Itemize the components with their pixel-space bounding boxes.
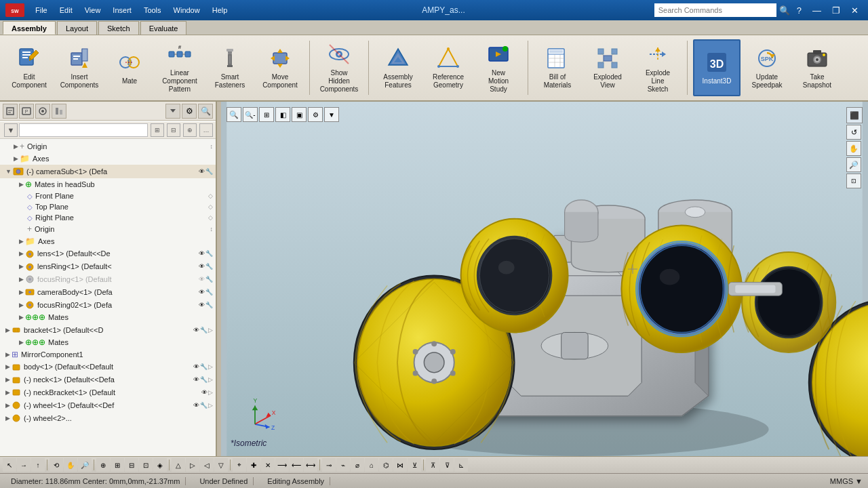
btm-d1[interactable]: ⌖ [233, 458, 246, 472]
new-motion-study-button[interactable]: NewMotionStudy [475, 39, 522, 96]
menu-insert[interactable]: Insert [107, 5, 137, 16]
menu-help[interactable]: Help [207, 5, 233, 16]
move-component-button[interactable]: MoveComponent [256, 39, 304, 96]
zoom-in-button[interactable]: 🔍 [226, 107, 241, 122]
rotate-view-btn[interactable]: ↺ [846, 125, 861, 140]
neck-eye[interactable]: 👁 [193, 376, 199, 383]
btm-c3[interactable]: ◁ [200, 458, 214, 472]
tree-item-axes[interactable]: ▶ 📁 Axes [0, 152, 216, 165]
btm-rotate[interactable]: ⟲ [50, 458, 63, 472]
fr-eye[interactable]: 👁 [199, 276, 205, 283]
tree-item-lensring1[interactable]: ▶ lensRing<1> (Default< 👁 🔧 [0, 260, 216, 273]
tree-item-origin[interactable]: ▶ + Origin ↕ [0, 140, 216, 152]
lr-eye[interactable]: 👁 [199, 263, 205, 270]
btm-pan[interactable]: ✋ [64, 458, 77, 472]
viewport[interactable]: 🔍 🔍- ⊞ ◧ ▣ ⚙ ▼ ⬛ ↺ ✋ 🔎 ⊡ [221, 102, 868, 456]
btm-e1[interactable]: ⊸ [322, 458, 336, 472]
tree-item-lens1[interactable]: ▶ lens<1> (Default<<De 👁 🔧 [0, 247, 216, 260]
fr-cfg[interactable]: 🔧 [205, 276, 213, 283]
br-cfg[interactable]: 🔧 [200, 327, 208, 333]
show-hidden-components-button[interactable]: ShowHiddenComponents [315, 39, 363, 96]
tab-evaluate[interactable]: Evaluate [140, 21, 187, 35]
bill-of-materials-button[interactable]: Bill ofMaterials [534, 39, 581, 96]
tree-item-mates2[interactable]: ▶ ⊕⊕⊕ Mates [0, 311, 216, 323]
menu-window[interactable]: Window [168, 5, 205, 16]
btm-e6[interactable]: ⋈ [393, 458, 407, 472]
btm-b4[interactable]: ⊡ [139, 458, 153, 472]
tree-item-right-plane[interactable]: ◇ Right Plane ◇ [0, 212, 216, 223]
btm-e4[interactable]: ⌂ [365, 458, 378, 472]
reference-geometry-button[interactable]: ReferenceGeometry [425, 39, 472, 96]
tree-item-focusring1[interactable]: ▶ focusRing<1> (Default 👁 🔧 [0, 273, 216, 286]
tp-vis[interactable]: ◇ [208, 203, 213, 210]
btm-d2[interactable]: ✚ [247, 458, 260, 472]
menu-view[interactable]: View [79, 5, 106, 16]
tree-item-mates3[interactable]: ▶ ⊕⊕⊕ Mates [0, 336, 216, 348]
btm-b3[interactable]: ⊟ [125, 458, 138, 472]
menu-file[interactable]: File [30, 5, 53, 16]
fp-vis[interactable]: ◇ [208, 192, 213, 199]
fr02-eye[interactable]: 👁 [199, 302, 205, 308]
zoom-out-button[interactable]: 🔍- [243, 107, 258, 122]
lens-eye[interactable]: 👁 [199, 250, 205, 257]
body-eye[interactable]: 👁 [193, 363, 199, 370]
btm-d4[interactable]: ⟶ [275, 458, 289, 472]
br-eye[interactable]: 👁 [193, 327, 199, 333]
btm-e5[interactable]: ⌬ [379, 458, 393, 472]
btm-e2[interactable]: ⌁ [336, 458, 350, 472]
view-options[interactable]: ▼ [324, 107, 339, 122]
btm-d6[interactable]: ⟷ [304, 458, 317, 472]
tree-item-camerabody1[interactable]: ▶ cameraBody<1> (Defa 👁 🔧 [0, 285, 216, 298]
btm-f3[interactable]: ⊾ [454, 458, 468, 472]
w1-eye[interactable]: 👁 [193, 402, 199, 409]
btm-d5[interactable]: ⟵ [290, 458, 303, 472]
menu-tools[interactable]: Tools [138, 5, 167, 16]
tree-item-camerasub1[interactable]: ▼ (-) cameraSub<1> (Defa 👁 🔧 [0, 165, 216, 178]
camerasub-icon2[interactable]: 🔧 [205, 168, 213, 175]
tree-item-mates-headsub[interactable]: ▶ ⊕ Mates in headSub [0, 178, 216, 190]
tree-item-body1[interactable]: ▶ body<1> (Default<<Default 👁 🔧 ▷ [0, 361, 216, 373]
tree-item-neck1[interactable]: ▶ (-) neck<1> (Default<<Defa 👁 🔧 ▷ [0, 373, 216, 386]
zoom-btn[interactable]: 🔎 [846, 157, 861, 172]
tree-tool-config[interactable] [35, 104, 50, 119]
body-cfg[interactable]: 🔧 [200, 363, 208, 370]
explode-line-sketch-button[interactable]: ExplodeLineSketch [634, 39, 682, 96]
btm-e7[interactable]: ⊻ [408, 458, 421, 472]
cb-eye[interactable]: 👁 [199, 289, 205, 296]
rp-vis[interactable]: ◇ [208, 214, 213, 221]
btm-c4[interactable]: ▽ [214, 458, 228, 472]
camerasub-icon1[interactable]: 👁 [199, 168, 205, 175]
fit-btn[interactable]: ⊡ [846, 174, 861, 188]
pan-btn[interactable]: ✋ [846, 141, 861, 156]
tree-item-origin2[interactable]: + Origin ↕ [0, 223, 216, 235]
take-snapshot-button[interactable]: TakeSnapshot [793, 39, 841, 96]
update-speedpak-button[interactable]: SPK UpdateSpeedpak [743, 39, 791, 96]
tab-sketch[interactable]: Sketch [98, 21, 139, 35]
linear-component-pattern-button[interactable]: # LinearComponentPattern [156, 39, 203, 96]
help-button[interactable]: ? [793, 5, 806, 16]
btm-d3[interactable]: ✕ [261, 458, 275, 472]
btm-up[interactable]: ↑ [31, 458, 45, 472]
tree-tool-propmgr[interactable]: P [19, 104, 34, 119]
btm-f1[interactable]: ⊼ [426, 458, 439, 472]
close-button[interactable]: ✕ [847, 5, 863, 16]
btm-b5[interactable]: ◈ [153, 458, 167, 472]
tree-item-mirror[interactable]: ▶ ⊞ MirrorComponent1 [0, 348, 216, 361]
btm-select[interactable]: ↖ [3, 458, 16, 472]
minimize-button[interactable]: — [808, 5, 825, 16]
tree-search-button[interactable]: 🔍 [198, 104, 213, 119]
lr-cfg[interactable]: 🔧 [205, 263, 213, 270]
insert-components-button[interactable]: InsertComponents [56, 39, 103, 96]
restore-button[interactable]: ❐ [828, 5, 844, 16]
nb-eye[interactable]: 👁 [201, 389, 208, 396]
tree-tool-featuretree[interactable] [3, 104, 18, 119]
menu-edit[interactable]: Edit [54, 5, 78, 16]
view-settings[interactable]: ⚙ [308, 107, 323, 122]
btm-arrow[interactable]: → [17, 458, 31, 472]
tree-filter-button[interactable]: ⚙ [182, 104, 197, 119]
section-view[interactable]: ▣ [292, 107, 307, 122]
tree-item-neckbracket1[interactable]: ▶ (-) neckBracket<1> (Default 👁 ▷ [0, 386, 216, 399]
tree-add-btn[interactable]: ⊕ [183, 123, 197, 137]
smart-fasteners-button[interactable]: SmartFasteners [206, 39, 254, 96]
btm-f2[interactable]: ⊽ [440, 458, 454, 472]
